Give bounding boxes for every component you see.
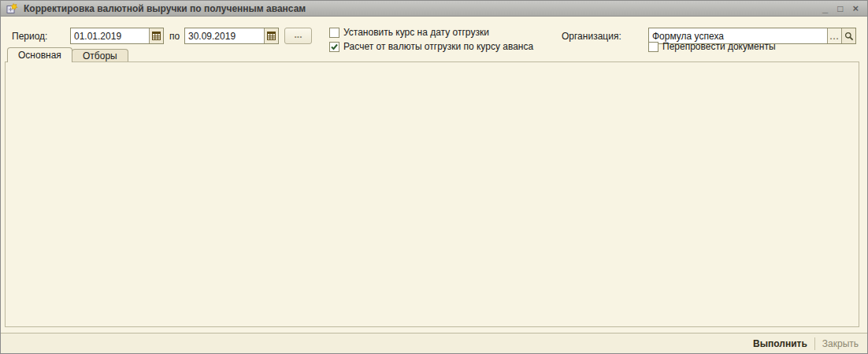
organization-search-button[interactable] [841, 28, 855, 43]
checkbox-set-rate[interactable]: Установить курс на дату отгрузки [329, 27, 489, 38]
date-to-calendar-button[interactable] [264, 28, 278, 43]
checkbox-box [329, 42, 339, 52]
maximize-button[interactable]: □ [837, 3, 843, 14]
date-from-input[interactable]: 01.01.2019 [70, 28, 164, 44]
organization-value: Формула успеха [649, 31, 827, 42]
checkbox-box [648, 42, 658, 52]
tab-filters[interactable]: Отборы [72, 49, 128, 62]
organization-label: Организация: [562, 31, 621, 42]
minimize-button[interactable]: _ [822, 3, 828, 14]
checkbox-box [329, 28, 339, 38]
date-to-input[interactable]: 30.09.2019 [184, 28, 279, 44]
checkbox-label: Расчет от валюты отгрузки по курсу аванс… [343, 41, 533, 52]
date-to-value: 30.09.2019 [185, 31, 264, 42]
calendar-icon [267, 32, 276, 40]
close-window-button[interactable]: × [852, 3, 859, 14]
checkbox-repost[interactable]: Перепровести документы [648, 41, 776, 52]
close-button[interactable]: Закрыть [822, 338, 859, 349]
window-controls: _ □ × [822, 3, 862, 14]
period-label: Период: [12, 31, 47, 42]
calendar-icon [152, 32, 161, 40]
checkbox-calc-from-advance[interactable]: Расчет от валюты отгрузки по курсу аванс… [329, 41, 533, 52]
footer-divider [814, 337, 815, 350]
magnifier-icon [844, 32, 854, 41]
app-window: Корректировка валютной выручки по получе… [0, 0, 868, 354]
date-from-value: 01.01.2019 [71, 31, 149, 42]
period-options-button[interactable]: ... [284, 28, 312, 44]
window-title: Корректировка валютной выручки по получе… [24, 3, 306, 14]
checkbox-label: Перепровести документы [662, 41, 776, 52]
date-from-calendar-button[interactable] [149, 28, 163, 43]
period-to-label: по [169, 31, 180, 42]
footer-bar: Выполнить Закрыть [1, 334, 867, 353]
organization-options-button[interactable]: ... [827, 28, 841, 43]
execute-button[interactable]: Выполнить [753, 338, 807, 349]
tab-page [5, 61, 859, 327]
titlebar: Корректировка валютной выручки по получе… [1, 1, 867, 17]
tab-main[interactable]: Основная [7, 47, 72, 62]
checkbox-label: Установить курс на дату отгрузки [343, 27, 489, 38]
window-icon [6, 3, 18, 14]
